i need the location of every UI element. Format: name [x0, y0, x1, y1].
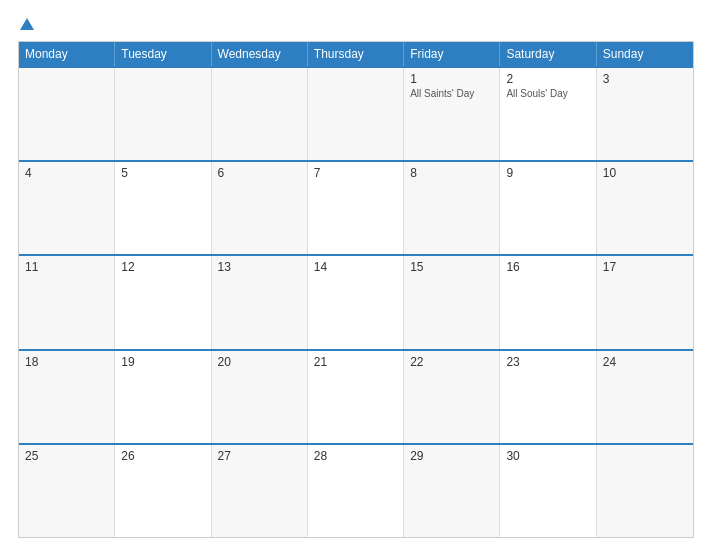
cal-day-number: 14 [314, 260, 397, 274]
cal-cell-3-6: 16 [500, 256, 596, 348]
cal-header-cell-saturday: Saturday [500, 42, 596, 66]
cal-cell-5-1: 25 [19, 445, 115, 537]
cal-cell-1-7: 3 [597, 68, 693, 160]
cal-cell-3-7: 17 [597, 256, 693, 348]
cal-cell-3-2: 12 [115, 256, 211, 348]
cal-day-number: 11 [25, 260, 108, 274]
cal-cell-2-5: 8 [404, 162, 500, 254]
cal-cell-2-1: 4 [19, 162, 115, 254]
cal-cell-4-6: 23 [500, 351, 596, 443]
cal-cell-4-1: 18 [19, 351, 115, 443]
cal-day-number: 8 [410, 166, 493, 180]
cal-day-number: 5 [121, 166, 204, 180]
cal-cell-2-3: 6 [212, 162, 308, 254]
cal-cell-5-3: 27 [212, 445, 308, 537]
page: MondayTuesdayWednesdayThursdayFridaySatu… [0, 0, 712, 550]
cal-day-number: 23 [506, 355, 589, 369]
logo-triangle-icon [20, 18, 34, 30]
cal-day-number: 13 [218, 260, 301, 274]
cal-week-3: 11121314151617 [19, 254, 693, 348]
cal-cell-5-4: 28 [308, 445, 404, 537]
cal-event-label: All Saints' Day [410, 88, 493, 99]
cal-cell-4-7: 24 [597, 351, 693, 443]
cal-week-5: 252627282930 [19, 443, 693, 537]
cal-day-number: 28 [314, 449, 397, 463]
cal-cell-1-4 [308, 68, 404, 160]
calendar-body: 1All Saints' Day2All Souls' Day345678910… [19, 66, 693, 537]
cal-day-number: 2 [506, 72, 589, 86]
cal-cell-2-4: 7 [308, 162, 404, 254]
cal-day-number: 3 [603, 72, 687, 86]
cal-event-label: All Souls' Day [506, 88, 589, 99]
calendar-header-row: MondayTuesdayWednesdayThursdayFridaySatu… [19, 42, 693, 66]
cal-day-number: 12 [121, 260, 204, 274]
cal-day-number: 27 [218, 449, 301, 463]
cal-cell-3-5: 15 [404, 256, 500, 348]
cal-cell-4-4: 21 [308, 351, 404, 443]
cal-cell-1-1 [19, 68, 115, 160]
cal-day-number: 9 [506, 166, 589, 180]
cal-day-number: 21 [314, 355, 397, 369]
cal-header-cell-wednesday: Wednesday [212, 42, 308, 66]
cal-day-number: 1 [410, 72, 493, 86]
cal-cell-2-2: 5 [115, 162, 211, 254]
cal-week-1: 1All Saints' Day2All Souls' Day3 [19, 66, 693, 160]
cal-cell-3-1: 11 [19, 256, 115, 348]
cal-day-number: 20 [218, 355, 301, 369]
cal-cell-1-3 [212, 68, 308, 160]
cal-day-number: 18 [25, 355, 108, 369]
cal-header-cell-tuesday: Tuesday [115, 42, 211, 66]
cal-cell-3-4: 14 [308, 256, 404, 348]
cal-day-number: 24 [603, 355, 687, 369]
cal-day-number: 29 [410, 449, 493, 463]
cal-cell-4-3: 20 [212, 351, 308, 443]
cal-header-cell-thursday: Thursday [308, 42, 404, 66]
logo [18, 18, 34, 31]
cal-day-number: 15 [410, 260, 493, 274]
cal-header-cell-friday: Friday [404, 42, 500, 66]
cal-day-number: 10 [603, 166, 687, 180]
cal-cell-1-6: 2All Souls' Day [500, 68, 596, 160]
cal-cell-2-6: 9 [500, 162, 596, 254]
cal-day-number: 6 [218, 166, 301, 180]
cal-cell-1-2 [115, 68, 211, 160]
cal-week-4: 18192021222324 [19, 349, 693, 443]
cal-header-cell-sunday: Sunday [597, 42, 693, 66]
cal-cell-5-5: 29 [404, 445, 500, 537]
cal-day-number: 25 [25, 449, 108, 463]
cal-day-number: 19 [121, 355, 204, 369]
cal-day-number: 4 [25, 166, 108, 180]
cal-day-number: 30 [506, 449, 589, 463]
cal-cell-1-5: 1All Saints' Day [404, 68, 500, 160]
cal-cell-4-5: 22 [404, 351, 500, 443]
cal-day-number: 22 [410, 355, 493, 369]
calendar: MondayTuesdayWednesdayThursdayFridaySatu… [18, 41, 694, 538]
cal-cell-3-3: 13 [212, 256, 308, 348]
cal-week-2: 45678910 [19, 160, 693, 254]
cal-cell-2-7: 10 [597, 162, 693, 254]
cal-day-number: 16 [506, 260, 589, 274]
header [18, 18, 694, 31]
cal-day-number: 26 [121, 449, 204, 463]
cal-day-number: 17 [603, 260, 687, 274]
cal-cell-4-2: 19 [115, 351, 211, 443]
cal-cell-5-7 [597, 445, 693, 537]
cal-cell-5-6: 30 [500, 445, 596, 537]
cal-cell-5-2: 26 [115, 445, 211, 537]
cal-header-cell-monday: Monday [19, 42, 115, 66]
cal-day-number: 7 [314, 166, 397, 180]
